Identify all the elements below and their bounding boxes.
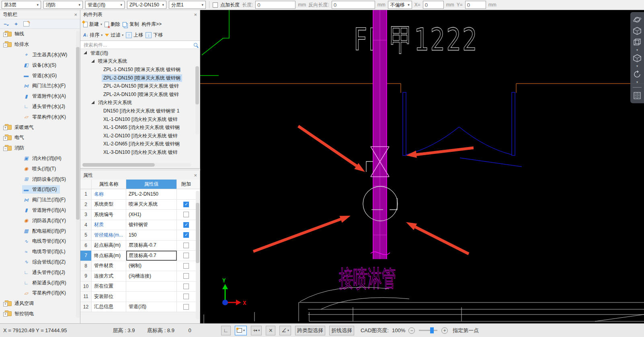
property-row-start-elevation[interactable]: 6起点标高(m)层顶标高-0.7 xyxy=(80,241,200,251)
sidebar-item-plumbing[interactable]: 给排水 xyxy=(0,39,80,50)
rotate-view-icon[interactable] xyxy=(633,70,642,79)
sidebar-item-tray-elbow[interactable]: 桥架通头(消)(R) xyxy=(0,278,80,288)
red-arrow-top-left[interactable] xyxy=(298,126,365,172)
expander-icon[interactable] xyxy=(84,51,87,54)
length-input[interactable] xyxy=(255,1,295,9)
sidebar-item-wire-conduit[interactable]: 电线导管(消)(X) xyxy=(0,236,80,247)
sidebar-item-pipe-fire[interactable]: 管道(消)(G) xyxy=(0,184,80,195)
tree-item[interactable]: ZPL-1-DN150 [喷淋灭火系统 镀锌钢 xyxy=(80,65,200,74)
sidebar-item-cable-conduit[interactable]: 电缆导管(消)(L) xyxy=(0,247,80,257)
layer-dropdown[interactable]: 分层1 xyxy=(169,1,206,9)
sidebar-item-valve-water[interactable]: 阀门法兰(水)(F) xyxy=(0,81,80,91)
offset-mode-dropdown[interactable]: 不偏移 xyxy=(388,1,412,9)
nav-scrollbar[interactable] xyxy=(76,31,80,318)
sidebar-item-elbow-fire[interactable]: 通头管件(消)(J) xyxy=(0,267,80,278)
property-row-summary[interactable]: 12汇总信息管道(消) xyxy=(80,302,200,312)
component-library-button[interactable]: 构件库>> xyxy=(142,21,162,28)
delete-component-button[interactable]: 删除 xyxy=(105,21,120,28)
tree-item-selected[interactable]: ZPL-2-DN150 [喷淋灭火系统 镀锌钢 xyxy=(80,74,200,82)
move-up-button[interactable]: 上移 xyxy=(126,32,143,39)
search-icon[interactable] xyxy=(194,43,197,47)
sidebar-item-misc-water[interactable]: 零星构件(水)(K) xyxy=(0,112,80,122)
tree-item[interactable]: DN150 [消火栓灭火系统 镀锌钢管 1 xyxy=(80,107,200,115)
horizontal-scrollbar[interactable] xyxy=(82,163,191,167)
attach-checkbox[interactable] xyxy=(183,212,189,217)
property-row-name[interactable]: 1名称ZPL-2-DN150 xyxy=(80,189,200,200)
tree-item[interactable]: XL-2-DN100 [消火栓灭火系统 镀锌 xyxy=(80,132,200,140)
sidebar-item-sprinkler-head[interactable]: 喷头(消)(T) xyxy=(0,163,80,174)
expander-icon[interactable] xyxy=(91,59,94,63)
folder-plus-icon[interactable] xyxy=(5,311,12,316)
attach-checkbox-checked[interactable] xyxy=(183,222,189,228)
tree-item[interactable]: XL-1-DN100 [消火栓灭火系统 镀锌 xyxy=(80,115,200,124)
cross-type-select-button[interactable]: 跨类型选择 xyxy=(295,326,325,335)
tree-item[interactable]: XL-2-DN65 [消火栓灭火系统 镀锌钢 xyxy=(80,140,200,149)
attach-checkbox-checked[interactable] xyxy=(183,232,189,238)
attach-checkbox[interactable] xyxy=(183,273,189,279)
copy-component-button[interactable]: 复制 xyxy=(123,21,139,28)
tree-item[interactable]: ZPL-2A-DN100 [喷淋灭火系统 镀锌 xyxy=(80,90,200,99)
folder-plus-icon[interactable] xyxy=(5,32,12,37)
attach-checkbox[interactable] xyxy=(183,253,189,258)
specialty-dropdown[interactable]: 消防 xyxy=(43,1,83,9)
property-row-system-type[interactable]: 2系统类型喷淋灭火系统 xyxy=(80,200,200,210)
entity-table-icon[interactable] xyxy=(633,91,642,100)
folder-plus-icon[interactable] xyxy=(5,301,12,306)
sidebar-item-intelligent[interactable]: 智控弱电 xyxy=(0,309,80,319)
chevron-down-icon[interactable]: ▾ xyxy=(636,49,638,51)
slider-handle[interactable] xyxy=(430,327,434,333)
folder-minus-icon[interactable] xyxy=(5,42,12,47)
attach-checkbox-checked[interactable] xyxy=(183,202,189,207)
y-offset-input[interactable] xyxy=(465,1,486,9)
reverse-length-input[interactable] xyxy=(332,1,375,9)
attach-checkbox[interactable] xyxy=(183,284,189,289)
polyline-select-button[interactable]: 折线选择 xyxy=(329,326,354,335)
view-solid-icon[interactable] xyxy=(633,54,642,63)
properties-scrollbar[interactable] xyxy=(196,191,199,319)
brightness-increase-button[interactable]: + xyxy=(441,327,448,334)
point-add-length-checkbox[interactable] xyxy=(213,2,218,8)
expander-icon[interactable] xyxy=(91,101,94,104)
tree-node-pipe-fire[interactable]: 管道(消) xyxy=(80,49,200,57)
brightness-decrease-button[interactable]: − xyxy=(408,327,415,334)
sidebar-item-misc-fire[interactable]: 零星构件(消)(K) xyxy=(0,288,80,298)
attach-checkbox[interactable] xyxy=(183,263,189,269)
sidebar-item-fire-appliance[interactable]: 消防器具(消)(Y) xyxy=(0,215,80,226)
cad-canvas[interactable]: FM甲1222 xyxy=(200,10,644,323)
edit-note-icon[interactable] xyxy=(23,21,29,27)
property-row-install-position[interactable]: 11安装部位 xyxy=(80,292,200,302)
property-row-end-elevation[interactable]: 7终点标高(m)层顶标高-0.7 xyxy=(80,251,200,261)
new-component-button[interactable]: 新建 xyxy=(83,21,102,28)
view-3d-icon[interactable] xyxy=(633,27,642,35)
sidebar-item-pipe-water[interactable]: 管道(水)(G) xyxy=(0,70,80,81)
attach-checkbox[interactable] xyxy=(183,294,189,299)
sidebar-item-combined-line[interactable]: 综合管线(消)(Z) xyxy=(0,257,80,268)
property-row-material[interactable]: 4材质镀锌钢管 xyxy=(80,220,200,231)
sidebar-item-electrical[interactable]: 电气 xyxy=(0,133,80,143)
sidebar-item-fire-equipment[interactable]: 消防设备(消)(S) xyxy=(0,174,80,184)
tree-node-hydrant-system[interactable]: 消火栓灭火系统 xyxy=(80,99,200,107)
sidebar-item-heating-gas[interactable]: 采暖燃气 xyxy=(0,122,80,133)
component-search-input[interactable] xyxy=(83,42,192,48)
red-arrow-bottom-right[interactable] xyxy=(406,222,469,254)
red-arrow-right[interactable] xyxy=(406,148,474,158)
sidebar-item-fire-protection[interactable]: 消防 xyxy=(0,143,80,153)
chevron-down-icon[interactable]: ▾ xyxy=(636,65,638,67)
point-snap-button[interactable] xyxy=(251,326,262,335)
sidebar-item-axis[interactable]: 轴线 xyxy=(0,29,80,39)
orbit-icon[interactable] xyxy=(633,15,642,24)
filter-button[interactable]: 过滤 xyxy=(105,32,123,39)
tree-item[interactable]: XL-1-DN65 [消火栓灭火系统 镀锌钢 xyxy=(80,123,200,132)
folder-plus-icon[interactable] xyxy=(5,135,12,140)
sort-button[interactable]: 排序 xyxy=(83,32,103,39)
attach-checkbox[interactable] xyxy=(183,304,189,310)
sidebar-item-equipment-water[interactable]: 设备(水)(S) xyxy=(0,60,80,70)
attach-checkbox[interactable] xyxy=(183,243,189,248)
property-row-fitting-material[interactable]: 8管件材质(钢制) xyxy=(80,261,200,272)
property-row-system-number[interactable]: 3系统编号(XH1) xyxy=(80,210,200,220)
sidebar-item-hydrant[interactable]: 消火栓(消)(H) xyxy=(0,153,80,164)
tree-item[interactable]: XL-3-DN100 [消火栓灭火系统 镀锌 xyxy=(80,148,200,157)
sidebar-item-hvac[interactable]: 通风空调 xyxy=(0,298,80,309)
property-row-diameter[interactable]: 5管径规格(m...150 xyxy=(80,230,200,241)
sidebar-item-elbow-water[interactable]: 通头管件(水)(J) xyxy=(0,102,80,112)
